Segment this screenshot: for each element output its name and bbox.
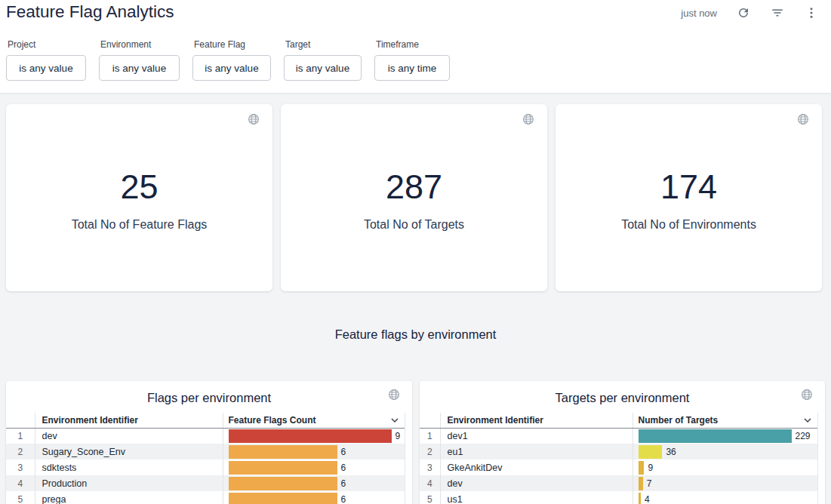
card-title: Flags per environment [6,381,412,405]
targets-per-environment-table: Environment Identifier Number of Targets… [420,413,817,504]
filter-label: Project [8,39,86,50]
column-header-number-of-targets[interactable]: Number of Targets [632,413,817,428]
value-bar-cell: 4 [632,491,817,504]
value-bar [229,445,337,459]
table-row[interactable]: 1dev9 [6,428,405,444]
filter-label: Feature Flag [194,39,271,50]
refresh-status: just now [681,8,717,19]
bar-value-label: 6 [341,494,346,504]
kpi-label: Total No of Environments [556,218,822,232]
table-row[interactable]: 3sdktests6 [6,459,405,475]
feature-flag-filter-button[interactable]: is any value [192,55,271,81]
environment-identifier-cell: Sugary_Scone_Env [35,444,223,459]
dashboard: Feature Flag Analytics just now Project … [0,0,831,504]
value-bar [639,445,663,459]
refresh-icon[interactable] [736,5,751,20]
top-bar-actions: just now [681,5,819,20]
row-rank: 5 [6,491,35,504]
row-rank: 4 [420,475,440,491]
table-header-row: Environment Identifier Feature Flags Cou… [6,413,405,428]
kebab-menu-icon[interactable] [804,5,819,20]
row-rank: 1 [6,428,35,444]
target-filter-button[interactable]: is any value [284,55,362,81]
bar-value-label: 7 [647,478,652,489]
tables-row: Flags per environment Environment Identi… [6,381,825,504]
value-bar [639,429,792,443]
environment-filter-button[interactable]: is any value [99,55,180,81]
environment-identifier-cell: prega [35,491,223,504]
filter-group-target: Target is any value [284,39,362,81]
value-bar [639,493,642,504]
filter-label: Timeframe [376,39,450,50]
kpi-card-targets: 287 Total No of Targets [281,104,547,291]
bar-value-label: 4 [645,494,650,504]
table-wrap: Environment Identifier Number of Targets… [420,413,818,504]
filter-group-timeframe: Timeframe is any time [374,39,450,81]
row-rank: 4 [6,475,35,491]
column-header-environment-identifier[interactable]: Environment Identifier [440,413,632,428]
table-row[interactable]: 4dev7 [420,475,817,491]
card-title: Targets per environment [420,381,825,405]
row-rank: 5 [420,491,440,504]
project-filter-button[interactable]: is any value [6,55,86,81]
flags-per-environment-table: Environment Identifier Feature Flags Cou… [6,413,405,504]
filter-icon[interactable] [770,5,785,20]
value-bar-cell: 9 [632,459,817,475]
table-row[interactable]: 2eu136 [420,444,817,459]
value-bar-cell: 6 [223,444,405,459]
timeframe-filter-button[interactable]: is any time [374,55,450,81]
value-bar [229,429,392,443]
kpi-row: 25 Total No of Feature Flags 287 Total N… [6,104,822,291]
globe-icon [522,113,534,128]
rank-column-header [6,413,35,428]
chevron-down-icon[interactable] [802,414,814,429]
globe-icon [248,113,260,128]
chevron-down-icon[interactable] [389,414,401,429]
row-rank: 2 [420,444,440,459]
bar-value-label: 36 [666,447,676,457]
row-rank: 3 [6,459,35,475]
filter-group-feature-flag: Feature Flag is any value [192,39,271,81]
value-bar [229,477,337,490]
table-row[interactable]: 4Production6 [6,475,405,491]
filter-bar: Project is any value Environment is any … [6,39,450,81]
environment-identifier-cell: sdktests [35,459,223,475]
top-bar: Feature Flag Analytics just now Project … [0,0,831,93]
column-header-environment-identifier[interactable]: Environment Identifier [35,413,223,428]
value-bar-cell: 7 [632,475,817,491]
globe-icon [388,389,400,404]
table-row[interactable]: 3GkeAnkitDev9 [420,459,817,475]
kpi-label: Total No of Targets [281,218,547,232]
bar-value-label: 6 [341,478,346,489]
environment-identifier-cell: dev [35,428,223,444]
filter-group-project: Project is any value [6,39,86,81]
environment-identifier-cell: eu1 [440,444,632,459]
table-header-row: Environment Identifier Number of Targets [420,413,817,428]
bar-value-label: 6 [341,447,346,457]
environment-identifier-cell: us1 [440,491,632,504]
table-row[interactable]: 2Sugary_Scone_Env6 [6,444,405,459]
value-bar-cell: 9 [223,428,405,444]
table-row[interactable]: 5prega6 [6,491,405,504]
row-rank: 1 [420,428,440,444]
environment-identifier-cell: dev1 [440,428,632,444]
table-row[interactable]: 1dev1229 [420,428,817,444]
kpi-value: 174 [556,167,822,207]
value-bar [229,493,337,504]
kpi-card-environments: 174 Total No of Environments [556,104,822,291]
filter-label: Target [285,39,362,50]
value-bar-cell: 6 [223,475,405,491]
environment-identifier-cell: dev [440,475,632,491]
value-bar [639,461,645,475]
column-header-feature-flags-count[interactable]: Feature Flags Count [223,413,405,428]
table-row[interactable]: 5us14 [420,491,817,504]
value-bar-cell: 6 [223,459,405,475]
kpi-label: Total No of Feature Flags [6,218,272,232]
kpi-value: 287 [281,167,547,207]
flags-per-environment-card: Flags per environment Environment Identi… [6,381,412,504]
rank-column-header [420,413,440,428]
kpi-card-feature-flags: 25 Total No of Feature Flags [6,104,272,291]
globe-icon [801,389,813,404]
value-bar-cell: 229 [632,428,817,444]
bar-value-label: 9 [395,431,401,441]
